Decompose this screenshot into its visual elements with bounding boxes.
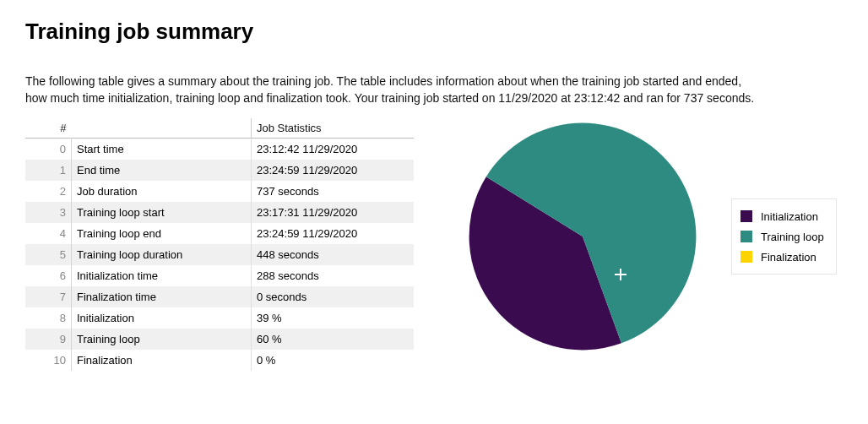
table-row: 9Training loop60 %	[25, 329, 414, 350]
table-row: 8Initialization39 %	[25, 307, 414, 329]
row-index: 10	[25, 350, 72, 371]
legend-item: Finalization	[741, 247, 824, 267]
legend-label: Training loop	[761, 231, 824, 243]
row-key: Finalization time	[72, 286, 252, 307]
row-index: 5	[25, 244, 72, 265]
row-key: Training loop duration	[72, 244, 252, 265]
row-value: 23:12:42 11/29/2020	[252, 139, 415, 160]
summary-description: The following table gives a summary abou…	[25, 73, 760, 106]
row-key: End time	[72, 160, 252, 181]
row-key: Training loop	[72, 329, 252, 350]
row-index: 0	[25, 139, 72, 160]
row-index: 3	[25, 202, 72, 223]
row-key: Initialization	[72, 307, 252, 329]
row-key: Training loop end	[72, 223, 252, 244]
row-value: 288 seconds	[252, 265, 415, 286]
page-title: Training job summary	[25, 19, 843, 45]
table-row: 3Training loop start23:17:31 11/29/2020	[25, 202, 414, 223]
table-row: 10Finalization0 %	[25, 350, 414, 371]
row-value: 39 %	[252, 307, 415, 329]
legend-swatch	[741, 251, 752, 263]
table-row: 2Job duration737 seconds	[25, 181, 414, 202]
row-key: Start time	[72, 139, 252, 160]
row-value: 448 seconds	[252, 244, 415, 265]
legend-label: Finalization	[761, 251, 816, 264]
legend-swatch	[741, 210, 752, 222]
legend-swatch	[741, 231, 752, 242]
table-row: 7Finalization time0 seconds	[25, 286, 414, 307]
row-index: 2	[25, 181, 72, 202]
row-value: 23:17:31 11/29/2020	[252, 202, 415, 223]
legend-label: Initialization	[761, 210, 818, 223]
table-row: 4Training loop end23:24:59 11/29/2020	[25, 223, 414, 244]
row-index: 1	[25, 160, 72, 181]
row-key: Initialization time	[72, 265, 252, 286]
stats-table: # Job Statistics 0Start time23:12:42 11/…	[25, 118, 414, 371]
row-value: 737 seconds	[252, 181, 415, 202]
col-header-name	[72, 118, 252, 139]
legend-item: Initialization	[741, 206, 824, 226]
row-key: Finalization	[72, 350, 252, 371]
row-value: 60 %	[252, 329, 415, 350]
row-key: Job duration	[72, 181, 252, 202]
row-index: 4	[25, 223, 72, 244]
row-index: 7	[25, 286, 72, 307]
pie-chart	[464, 118, 701, 355]
row-value: 23:24:59 11/29/2020	[252, 223, 415, 244]
col-header-stats: Job Statistics	[252, 118, 415, 139]
chart-legend: InitializationTraining loopFinalization	[731, 198, 837, 275]
table-row: 5Training loop duration448 seconds	[25, 244, 414, 265]
row-index: 9	[25, 329, 72, 350]
row-index: 8	[25, 307, 72, 329]
table-row: 1End time23:24:59 11/29/2020	[25, 160, 414, 181]
row-value: 0 %	[252, 350, 415, 371]
row-key: Training loop start	[72, 202, 252, 223]
row-index: 6	[25, 265, 72, 286]
table-row: 0Start time23:12:42 11/29/2020	[25, 139, 414, 160]
row-value: 23:24:59 11/29/2020	[252, 160, 415, 181]
legend-item: Training loop	[741, 226, 824, 247]
col-header-index: #	[25, 118, 72, 139]
row-value: 0 seconds	[252, 286, 415, 307]
table-row: 6Initialization time288 seconds	[25, 265, 414, 286]
